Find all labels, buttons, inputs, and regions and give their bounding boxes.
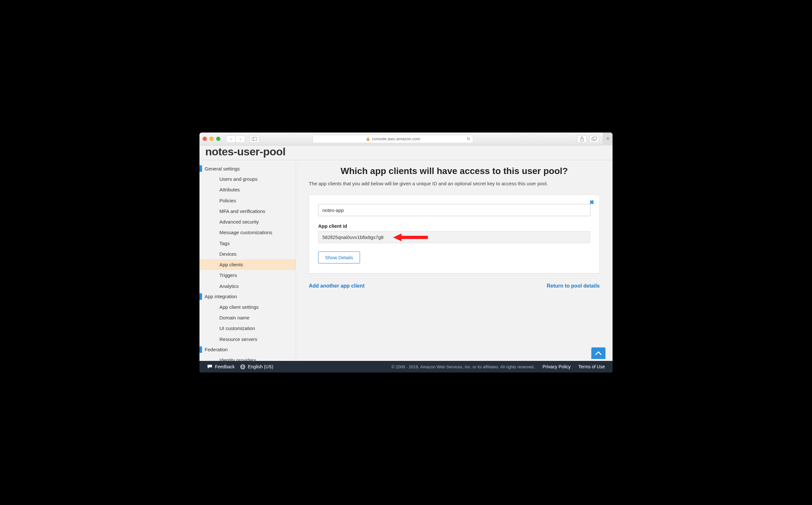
nav-buttons: ‹ ›	[226, 135, 245, 143]
svg-rect-5	[593, 137, 597, 140]
footer: Feedback English (US) © 2008 - 2019, Ama…	[199, 361, 613, 372]
show-details-button[interactable]: Show Details	[318, 251, 360, 264]
footer-right: © 2008 - 2019, Amazon Web Services, Inc.…	[391, 364, 605, 369]
globe-icon	[240, 364, 245, 369]
section-marker-icon	[199, 293, 202, 300]
sidebar-item-ui-customization[interactable]: UI customization	[199, 323, 296, 334]
app-client-id-label: App client id	[318, 223, 590, 229]
address-text: console.aws.amazon.com	[372, 136, 421, 141]
zoom-window-button[interactable]	[216, 137, 220, 141]
app-client-card: ✖ App client id 582ll25qnai0uvv1bfia9gs7…	[309, 195, 600, 274]
workspace: General settings Users and groups Attrib…	[199, 160, 613, 361]
tabs-button[interactable]	[589, 135, 599, 143]
language-selector[interactable]: English (US)	[240, 364, 273, 369]
sidebar-item-analytics[interactable]: Analytics	[199, 281, 296, 292]
sidebar-section-label: App integration	[205, 294, 237, 299]
titlebar: ‹ › 🔒 console.aws.amazon.com ↻ +	[199, 133, 613, 145]
sidebar-item-advanced-security[interactable]: Advanced security	[199, 216, 296, 227]
chat-icon	[207, 364, 212, 369]
return-pool-details-link[interactable]: Return to pool details	[547, 283, 600, 289]
footer-left: Feedback English (US)	[207, 364, 273, 369]
sidebar-item-message-custom[interactable]: Message customizations	[199, 227, 296, 238]
svg-marker-6	[393, 233, 428, 241]
sidebar-section-label: Federation	[205, 347, 228, 352]
sidebar-item-resource-servers[interactable]: Resource servers	[199, 334, 296, 344]
section-marker-icon	[199, 165, 202, 172]
back-button[interactable]: ‹	[226, 135, 236, 143]
app-client-id-value: 582ll25qnai0uvv1bfia9gs7g8	[318, 231, 590, 243]
page-subtext: The app clients that you add below will …	[309, 181, 600, 186]
sidebar-toggle-button[interactable]	[250, 135, 259, 143]
share-button[interactable]	[577, 135, 587, 143]
privacy-policy-link[interactable]: Privacy Policy	[542, 364, 571, 369]
reload-button[interactable]: ↻	[467, 136, 470, 141]
sidebar-section-general[interactable]: General settings	[199, 163, 296, 174]
feedback-label: Feedback	[215, 364, 234, 369]
sidebar-item-app-client-settings[interactable]: App client settings	[199, 302, 296, 312]
sidebar-item-triggers[interactable]: Triggers	[199, 270, 296, 281]
card-actions-row: Add another app client Return to pool de…	[309, 283, 600, 289]
sidebar-item-identity-providers[interactable]: Identity providers	[199, 355, 296, 361]
lock-icon: 🔒	[366, 137, 370, 141]
sidebar-item-app-clients[interactable]: App clients	[199, 259, 296, 270]
add-app-client-link[interactable]: Add another app client	[309, 283, 364, 289]
section-marker-icon	[199, 346, 202, 353]
forward-button[interactable]: ›	[235, 135, 245, 143]
main-content: Which app clients will have access to th…	[296, 160, 613, 361]
sidebar-item-tags[interactable]: Tags	[199, 238, 296, 248]
app-client-name-input[interactable]	[318, 204, 590, 216]
terms-of-use-link[interactable]: Terms of Use	[579, 364, 605, 369]
page-header: notes-user-pool	[199, 145, 613, 160]
address-bar[interactable]: 🔒 console.aws.amazon.com ↻	[312, 135, 473, 143]
sidebar-section-label: General settings	[205, 166, 240, 171]
page-heading: Which app clients will have access to th…	[309, 166, 600, 176]
sidebar-item-policies[interactable]: Policies	[199, 195, 296, 206]
app-client-id-text: 582ll25qnai0uvv1bfia9gs7g8	[322, 234, 383, 240]
pool-title: notes-user-pool	[205, 145, 607, 158]
sidebar-section-app-integration[interactable]: App integration	[199, 292, 296, 302]
new-tab-button[interactable]: +	[603, 133, 613, 145]
scroll-to-top-button[interactable]	[591, 347, 606, 359]
window-controls	[203, 137, 220, 141]
highlight-arrow-icon	[393, 233, 429, 242]
sidebar-item-domain-name[interactable]: Domain name	[199, 312, 296, 323]
copyright-text: © 2008 - 2019, Amazon Web Services, Inc.…	[391, 364, 535, 369]
svg-rect-0	[252, 137, 257, 141]
sidebar-section-federation[interactable]: Federation	[199, 344, 296, 355]
sidebar-item-attributes[interactable]: Attributes	[199, 184, 296, 195]
close-window-button[interactable]	[203, 137, 207, 141]
sidebar-item-mfa[interactable]: MFA and verifications	[199, 206, 296, 216]
minimize-window-button[interactable]	[209, 137, 214, 141]
titlebar-right: +	[577, 133, 609, 145]
language-label: English (US)	[248, 364, 273, 369]
feedback-link[interactable]: Feedback	[207, 364, 234, 369]
sidebar-item-users-and-groups[interactable]: Users and groups	[199, 174, 296, 184]
sidebar-item-devices[interactable]: Devices	[199, 248, 296, 259]
browser-window: ‹ › 🔒 console.aws.amazon.com ↻ + notes-u…	[199, 133, 613, 372]
remove-client-button[interactable]: ✖	[589, 199, 594, 206]
sidebar: General settings Users and groups Attrib…	[199, 160, 296, 361]
